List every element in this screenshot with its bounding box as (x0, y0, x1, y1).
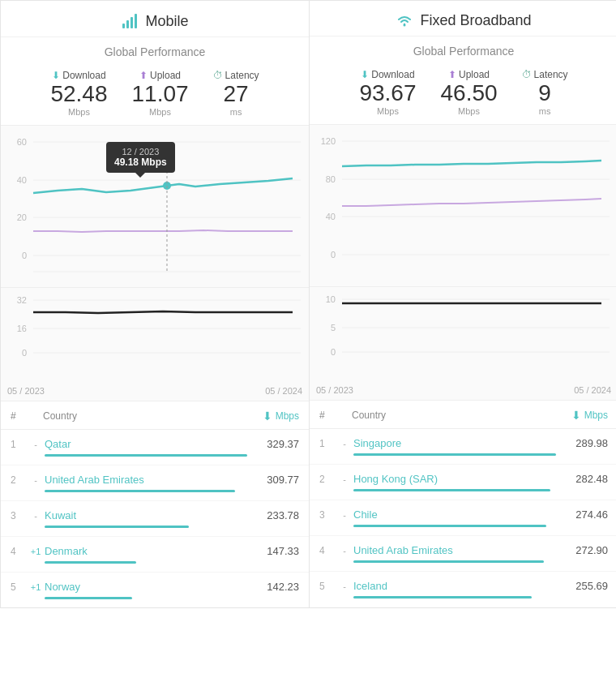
svg-text:120: 120 (321, 136, 336, 146)
mobile-upload-value: 11.07 (131, 83, 188, 105)
bb-download-icon: ⬇ (361, 69, 369, 80)
svg-text:16: 16 (17, 324, 27, 333)
bb-table-header: # Country ⬇ Mbps (310, 400, 616, 429)
wifi-icon (396, 15, 413, 28)
svg-rect-2 (130, 17, 133, 28)
table-row: 3 - Chile 274.46 (310, 500, 616, 536)
svg-rect-3 (135, 14, 137, 28)
bb-date-end: 05 / 2024 (574, 385, 611, 395)
broadband-title: Fixed Broadband (310, 12, 616, 29)
table-row: 5 - Iceland 255.69 (310, 572, 616, 607)
svg-text:0: 0 (331, 347, 336, 357)
broadband-download-value: 93.67 (359, 82, 416, 105)
mobile-upload-metric: ⬆ Upload 11.07 Mbps (131, 70, 188, 117)
table-row: 5 +1 Norway 142.23 (1, 573, 309, 607)
svg-text:80: 80 (326, 174, 336, 184)
svg-rect-0 (122, 24, 125, 28)
upload-icon: ⬆ (139, 70, 148, 81)
broadband-upload-value: 46.50 (440, 82, 497, 105)
bb-upload-icon: ⬆ (448, 69, 456, 80)
mobile-panel: Mobile Global Performance ⬇ Download 52.… (0, 0, 310, 608)
bb-mbps-down-icon: ⬇ (571, 409, 581, 422)
main-panels: Mobile Global Performance ⬇ Download 52.… (0, 0, 616, 608)
mobile-table-header: # Country ⬇ Mbps (1, 401, 309, 430)
broadband-header: Fixed Broadband (310, 1, 616, 36)
bb-date-start: 05 / 2023 (316, 385, 353, 395)
broadband-latency-metric: ⏱ Latency 9 ms (522, 69, 568, 116)
broadband-global-perf: Global Performance (310, 45, 616, 58)
svg-text:60: 60 (17, 137, 27, 147)
mobile-chart-dates: 05 / 2023 05 / 2024 (1, 384, 309, 401)
mobile-icon (121, 12, 139, 30)
mobile-table: # Country ⬇ Mbps 1 - Qatar 329.37 2 - Un… (1, 401, 309, 607)
mobile-title: Mobile (1, 12, 309, 30)
mobile-latency-unit: ms (213, 107, 259, 117)
table-row: 4 - United Arab Emirates 272.90 (310, 536, 616, 572)
mobile-download-metric: ⬇ Download 52.48 Mbps (50, 70, 107, 117)
broadband-metrics: ⬇ Download 93.67 Mbps ⬆ Upload 46.50 Mbp… (310, 64, 616, 124)
table-row: 3 - Kuwait 233.78 (1, 501, 309, 537)
svg-point-21 (404, 24, 406, 26)
svg-text:40: 40 (17, 175, 27, 185)
svg-text:40: 40 (326, 212, 336, 221)
broadband-download-metric: ⬇ Download 93.67 Mbps (359, 69, 416, 116)
broadband-panel: Fixed Broadband Global Performance ⬇ Dow… (310, 0, 616, 608)
latency-icon: ⏱ (213, 70, 223, 81)
mobile-upload-unit: Mbps (131, 107, 188, 117)
mobile-date-end: 05 / 2024 (265, 386, 302, 396)
mobile-latency-metric: ⏱ Latency 27 ms (213, 70, 259, 117)
mobile-download-unit: Mbps (50, 107, 107, 117)
svg-text:32: 32 (17, 295, 27, 305)
mobile-table-rows: 1 - Qatar 329.37 2 - United Arab Emirate… (1, 430, 309, 607)
broadband-upload-metric: ⬆ Upload 46.50 Mbps (440, 69, 497, 116)
mobile-latency-chart: 32 16 0 (1, 287, 309, 384)
mobile-global-perf: Global Performance (1, 45, 309, 58)
download-icon: ⬇ (52, 70, 60, 81)
table-row: 2 - Hong Kong (SAR) 282.48 (310, 465, 616, 500)
bb-chart-dates: 05 / 2023 05 / 2024 (310, 384, 616, 400)
table-row: 4 +1 Denmark 147.33 (1, 537, 309, 573)
bb-table-rows: 1 - Singapore 289.98 2 - Hong Kong (SAR)… (310, 429, 616, 607)
bb-speed-chart: 120 80 40 0 (310, 124, 616, 286)
svg-text:20: 20 (17, 212, 27, 222)
svg-text:10: 10 (326, 294, 336, 304)
bb-latency-chart: 10 5 0 (310, 286, 616, 384)
mobile-metrics: ⬇ Download 52.48 Mbps ⬆ Upload 11.07 Mbp… (1, 65, 309, 125)
mobile-date-start: 05 / 2023 (7, 386, 45, 396)
svg-rect-1 (126, 20, 129, 28)
table-row: 1 - Singapore 289.98 (310, 429, 616, 465)
mobile-speed-chart: 60 40 20 0 12 / 2023 49.18 Mbps (1, 125, 309, 287)
svg-text:0: 0 (331, 250, 336, 260)
mbps-down-icon: ⬇ (263, 410, 272, 423)
bb-table: # Country ⬇ Mbps 1 - Singapore 289.98 2 … (310, 400, 616, 607)
table-row: 1 - Qatar 329.37 (1, 430, 309, 465)
mobile-download-value: 52.48 (50, 83, 107, 105)
mobile-latency-value: 27 (213, 83, 259, 105)
svg-text:0: 0 (22, 251, 27, 260)
mobile-header: Mobile (1, 1, 309, 37)
broadband-latency-value: 9 (522, 82, 568, 105)
table-row: 2 - United Arab Emirates 309.77 (1, 465, 309, 501)
bb-latency-icon: ⏱ (522, 69, 532, 80)
svg-text:5: 5 (331, 323, 336, 332)
svg-text:0: 0 (22, 348, 27, 358)
